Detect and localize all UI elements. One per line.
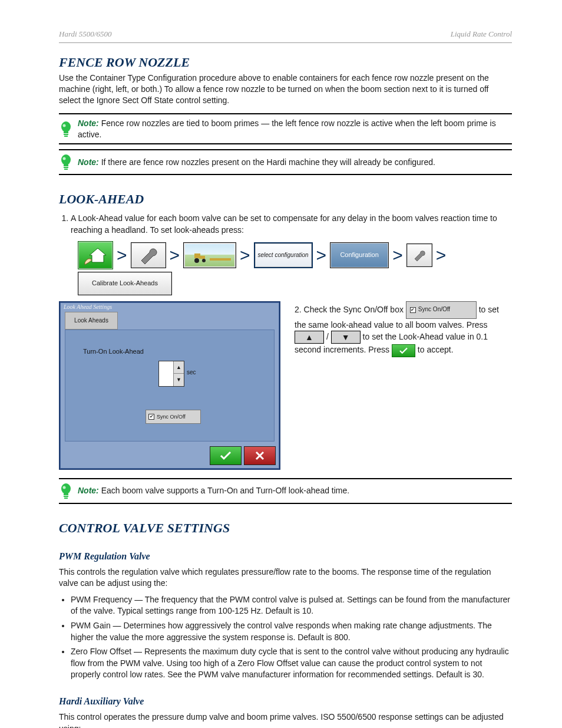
svg-rect-1 xyxy=(64,131,68,133)
step-2-sep: / xyxy=(326,332,331,341)
calibrate-label: Calibrate Look-Aheads xyxy=(92,279,158,288)
heading-aux: Hardi Auxiliary Valve xyxy=(59,696,512,707)
pwm-bullet-2: PWM Gain — Determines how aggressively t… xyxy=(71,620,512,643)
configuration-blue-button[interactable]: Configuration xyxy=(330,242,389,268)
svg-rect-3 xyxy=(64,136,68,137)
header-left: Hardi 5500/6500 xyxy=(59,29,111,39)
accept-inline-button[interactable] xyxy=(392,344,415,357)
configuration-tile[interactable] xyxy=(183,242,236,268)
breadcrumb: > > > select configuration > Configurati… xyxy=(78,241,512,269)
svg-point-0 xyxy=(61,121,71,132)
chevron-icon: > xyxy=(117,246,127,264)
note-1: Note: Fence row nozzles are tied to boom… xyxy=(59,113,512,145)
aux-intro: This control operates the pressure dump … xyxy=(59,711,512,728)
heading-lookahead: LOOK-AHEAD xyxy=(59,192,512,207)
lightbulb-icon xyxy=(59,154,73,170)
pwm-intro: This controls the regulation valve which… xyxy=(59,566,512,589)
svg-point-12 xyxy=(202,259,206,262)
svg-rect-17 xyxy=(64,498,68,499)
dialog-cancel-button[interactable] xyxy=(244,446,276,465)
increment-down-button[interactable]: ▼ xyxy=(331,331,361,344)
checkbox-icon: ✔ xyxy=(148,414,154,420)
svg-rect-7 xyxy=(64,167,68,168)
note-1-text: Note: Fence row nozzles are tied to boom… xyxy=(78,118,512,140)
lightbulb-icon xyxy=(59,121,73,137)
svg-rect-2 xyxy=(64,134,68,135)
heading-fence-row: FENCE ROW NOZZLE xyxy=(59,55,512,70)
chevron-icon: > xyxy=(436,246,447,264)
step-2-pre: 2. Check the Sync On/Off box xyxy=(295,304,406,314)
chevron-icon: > xyxy=(392,246,403,264)
step-1: A Look-Ahead value for each boom valve c… xyxy=(71,213,512,295)
calibrate-lookaheads-button[interactable]: Calibrate Look-Aheads xyxy=(78,272,172,295)
setup-wrench-small-button[interactable] xyxy=(406,243,432,267)
pwm-bullet-1: PWM Frequency — The frequency that the P… xyxy=(71,594,512,617)
svg-point-14 xyxy=(61,483,71,494)
sync-label: Sync On/Off xyxy=(157,414,186,420)
config-blue-label: Configuration xyxy=(340,251,378,259)
select-config-button[interactable]: select configuration xyxy=(254,242,313,268)
note-2-text: Note: If there are fence row nozzles pre… xyxy=(78,157,435,168)
checkbox-icon: ✔ xyxy=(410,307,416,313)
svg-point-11 xyxy=(194,258,199,263)
dialog-tab[interactable]: Look Aheads xyxy=(65,312,118,330)
dialog-ok-button[interactable] xyxy=(210,446,242,465)
svg-rect-13 xyxy=(199,256,205,259)
page-header: Hardi 5500/6500 Liquid Rate Control xyxy=(59,29,512,39)
dialog-body: Turn-On Look-Ahead ▲ ▼ sec ✔ Sync On/Off xyxy=(65,330,275,442)
chevron-icon: > xyxy=(240,246,250,264)
header-right: Liquid Rate Control xyxy=(451,29,512,39)
lookahead-spinner[interactable]: ▲ ▼ xyxy=(158,361,184,387)
svg-rect-8 xyxy=(64,169,68,170)
pwm-bullet-3: Zero Flow Offset — Represents the maximu… xyxy=(71,646,512,681)
unit-label: sec xyxy=(187,369,196,375)
pwm-bullets: PWM Frequency — The frequency that the P… xyxy=(71,594,512,681)
svg-point-5 xyxy=(61,154,71,165)
select-config-label: select configuration xyxy=(258,251,309,259)
note-3: Note: Each boom valve supports a Turn-On… xyxy=(59,478,512,504)
home-button[interactable] xyxy=(78,241,113,269)
lookahead-dialog: Look Ahead Settings Look Aheads Turn-On … xyxy=(59,301,280,470)
heading-control-valve: CONTROL VALVE SETTINGS xyxy=(59,521,512,536)
spinner-value[interactable] xyxy=(159,361,173,386)
header-rule xyxy=(59,42,512,43)
steps-list: A Look-Ahead value for each boom valve c… xyxy=(59,213,512,295)
svg-point-18 xyxy=(63,486,66,489)
step-1-text: A Look-Ahead value for each boom valve c… xyxy=(71,213,497,235)
svg-rect-15 xyxy=(64,493,68,495)
svg-rect-16 xyxy=(64,496,68,497)
dialog-title: Look Ahead Settings xyxy=(64,304,112,310)
fence-intro: Use the Container Type Configuration pro… xyxy=(59,73,512,106)
chevron-icon: > xyxy=(170,246,180,264)
note-2: Note: If there are fence row nozzles pre… xyxy=(59,149,512,175)
svg-rect-6 xyxy=(64,164,68,166)
note-3-text: Note: Each boom valve supports a Turn-On… xyxy=(78,485,349,496)
setup-wrench-button[interactable] xyxy=(131,242,166,268)
svg-point-9 xyxy=(63,157,66,160)
svg-point-4 xyxy=(63,124,66,127)
turn-on-label: Turn-On Look-Ahead xyxy=(83,348,144,355)
chevron-icon: > xyxy=(316,246,327,264)
spinner-up-icon[interactable]: ▲ xyxy=(173,361,184,374)
step-2-column: 2. Check the Sync On/Off box ✔ Sync On/O… xyxy=(295,301,512,357)
lightbulb-icon xyxy=(59,483,73,499)
sync-checkbox-dialog[interactable]: ✔ Sync On/Off xyxy=(146,410,201,424)
heading-pwm: PWM Regulation Valve xyxy=(59,551,512,562)
sync-checkbox-inline[interactable]: ✔ Sync On/Off xyxy=(406,301,477,319)
increment-up-button[interactable]: ▲ xyxy=(295,331,324,344)
spinner-down-icon[interactable]: ▼ xyxy=(173,374,184,386)
step-2-post: to accept. xyxy=(418,345,454,354)
